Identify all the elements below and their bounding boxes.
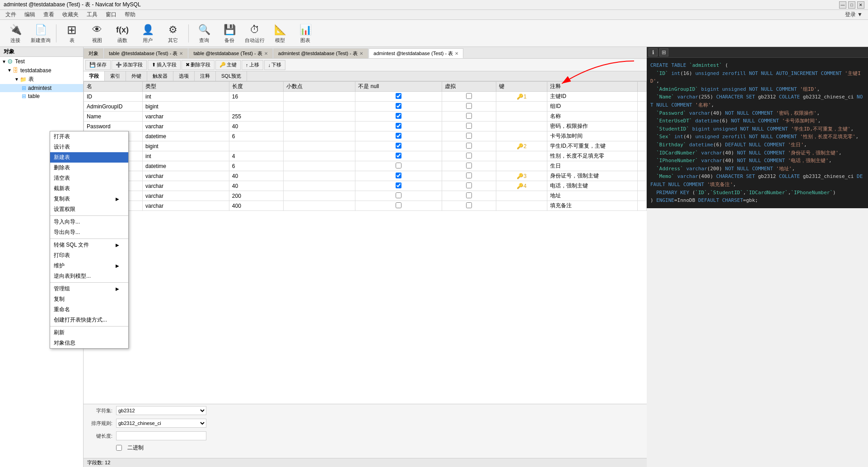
table-row[interactable]: EnterUseDT datetime 6 卡号添加时间 <box>84 131 647 141</box>
menu-edit[interactable]: 编辑 <box>21 10 39 19</box>
toolbar-chart[interactable]: 📊 图表 <box>294 22 317 45</box>
field-virtual[interactable] <box>442 191 496 201</box>
tab-object[interactable]: 对象 <box>84 48 103 58</box>
table-row[interactable]: Address varchar 200 地址 <box>84 191 647 201</box>
context-menu-item[interactable]: 导入向导... <box>50 217 128 227</box>
toolbar-function[interactable]: f(x) 函数 <box>111 22 134 45</box>
context-menu-item[interactable]: 截新表 <box>50 183 128 194</box>
menu-file[interactable]: 文件 <box>2 10 20 19</box>
table-row[interactable]: Name varchar 255 名称 <box>84 112 647 121</box>
field-not-null[interactable] <box>355 201 442 211</box>
add-field-button[interactable]: ➕ 添加字段 <box>112 60 147 70</box>
context-menu-item[interactable]: 创建打开表快捷方式... <box>50 315 128 325</box>
binary-checkbox[interactable] <box>116 445 122 451</box>
context-menu-item[interactable]: 转储 SQL 文件▶ <box>50 240 128 250</box>
context-menu-item[interactable]: 逆向表到模型... <box>50 271 128 281</box>
tab-table1[interactable]: table @testdatabase (Test) - 表 ✕ <box>104 48 188 58</box>
field-not-null[interactable] <box>355 191 442 201</box>
menu-favorites[interactable]: 收藏夹 <box>59 10 82 19</box>
sidebar-item-testdatabase[interactable]: ▼ 🗄 testdatabase <box>0 66 83 75</box>
field-virtual[interactable] <box>442 102 496 112</box>
sub-tab-foreign-key[interactable]: 外键 <box>126 71 147 81</box>
sql-info-btn[interactable]: ℹ <box>649 48 658 56</box>
table-row[interactable]: Memo varchar 400 填充备注 <box>84 201 647 211</box>
close-btn[interactable]: ✕ <box>857 1 864 9</box>
menu-login[interactable]: 登录 ▼ <box>841 10 866 19</box>
field-not-null[interactable] <box>355 141 442 151</box>
field-virtual[interactable] <box>442 141 496 151</box>
field-virtual[interactable] <box>442 161 496 171</box>
context-menu-item[interactable]: 重命名 <box>50 304 128 315</box>
field-virtual[interactable] <box>442 151 496 161</box>
table-row[interactable]: AdminGroupID bigint 组ID <box>84 102 647 112</box>
sql-expand-btn[interactable]: ⊞ <box>659 48 668 56</box>
maximize-btn[interactable]: □ <box>848 1 855 9</box>
context-menu-item[interactable]: 维护▶ <box>50 261 128 271</box>
sub-tab-options[interactable]: 选项 <box>173 71 195 81</box>
context-menu-item[interactable]: 打印表 <box>50 250 128 261</box>
collation-select[interactable]: gb2312_chinese_ci <box>116 419 206 428</box>
table-row[interactable]: Sex int 4 性别，长度不足填充零 <box>84 151 647 161</box>
context-menu-item[interactable]: 管理组▶ <box>50 284 128 294</box>
tab-close3[interactable]: ✕ <box>359 51 363 56</box>
minimize-btn[interactable]: — <box>839 1 846 9</box>
toolbar-view[interactable]: 👁 视图 <box>85 22 109 45</box>
sidebar-item-test[interactable]: ▼ ⚙ Test <box>0 57 83 66</box>
field-virtual[interactable] <box>442 92 496 102</box>
field-not-null[interactable] <box>355 102 442 112</box>
tab-admintest1[interactable]: admintest @testdatabase (Test) - 表 ✕ <box>273 48 368 58</box>
context-menu-item[interactable]: 新建表 <box>50 152 128 163</box>
field-virtual[interactable] <box>442 201 496 211</box>
key-length-input[interactable] <box>116 431 206 440</box>
sub-tab-comment[interactable]: 注释 <box>195 71 216 81</box>
context-menu-item[interactable]: 删除表 <box>50 163 128 173</box>
table-row[interactable]: IDCardNumber varchar 40 🔑3 身份证号，强制主键 <box>84 171 647 181</box>
context-menu-item[interactable]: 复制 <box>50 294 128 304</box>
context-menu-item[interactable]: 对象信息 <box>50 338 128 348</box>
toolbar-user[interactable]: 👤 用户 <box>136 22 159 45</box>
field-not-null[interactable] <box>355 121 442 131</box>
table-row[interactable]: Birthday datetime 6 生日 <box>84 161 647 171</box>
sidebar-item-table[interactable]: ⊞ table <box>0 92 83 100</box>
toolbar-query[interactable]: 🔍 查询 <box>192 22 216 45</box>
menu-view[interactable]: 查看 <box>40 10 58 19</box>
move-down-button[interactable]: ↓ 下移 <box>264 60 286 70</box>
sidebar-item-admintest[interactable]: ⊞ admintest <box>0 84 83 92</box>
context-menu-item[interactable]: 复制表▶ <box>50 194 128 204</box>
field-not-null[interactable] <box>355 131 442 141</box>
toolbar-model[interactable]: 📐 模型 <box>268 22 292 45</box>
table-row[interactable]: Password varchar 40 密码，权限操作 <box>84 121 647 131</box>
sub-tab-index[interactable]: 索引 <box>105 71 126 81</box>
context-menu-item[interactable]: 设计表 <box>50 142 128 152</box>
field-not-null[interactable] <box>355 181 442 191</box>
menu-window[interactable]: 窗口 <box>102 10 120 19</box>
save-button[interactable]: 💾 保存 <box>85 60 111 70</box>
sub-tab-trigger[interactable]: 触发器 <box>147 71 173 81</box>
insert-field-button[interactable]: ⬆ 插入字段 <box>148 60 181 70</box>
tab-close1[interactable]: ✕ <box>179 51 183 56</box>
field-virtual[interactable] <box>442 112 496 121</box>
table-row[interactable]: IPhoneNumber varchar 40 🔑4 电话，强制主键 <box>84 181 647 191</box>
toolbar-table[interactable]: ⊞ 表 <box>60 22 84 45</box>
charset-select[interactable]: gb2312 <box>116 406 206 415</box>
toolbar-new-query[interactable]: 📄 新建查询 <box>29 22 52 45</box>
toolbar-backup[interactable]: 💾 备份 <box>218 22 241 45</box>
menu-help[interactable]: 帮助 <box>121 10 139 19</box>
tab-admintest2[interactable]: admintest @testdatabase (Test) - 表 ✕ <box>369 48 463 58</box>
field-virtual[interactable] <box>442 181 496 191</box>
toolbar-other[interactable]: ⚙ 其它 <box>161 22 185 45</box>
context-menu-item[interactable]: 导出向导... <box>50 227 128 238</box>
toolbar-autorun[interactable]: ⏱ 自动运行 <box>243 22 266 45</box>
sidebar-item-tables[interactable]: ▼ 📁 表 <box>0 75 83 84</box>
sub-tab-fields[interactable]: 字段 <box>84 71 105 81</box>
tab-close2[interactable]: ✕ <box>264 51 268 56</box>
delete-field-button[interactable]: ✖ 删除字段 <box>182 60 215 70</box>
context-menu-item[interactable]: 设置权限 <box>50 204 128 215</box>
toolbar-connect[interactable]: 🔌 连接 <box>4 22 27 45</box>
field-not-null[interactable] <box>355 171 442 181</box>
menu-tools[interactable]: 工具 <box>83 10 101 19</box>
context-menu-item[interactable]: 打开表 <box>50 131 128 142</box>
context-menu-item[interactable]: 刷新 <box>50 327 128 338</box>
field-not-null[interactable] <box>355 112 442 121</box>
field-virtual[interactable] <box>442 121 496 131</box>
